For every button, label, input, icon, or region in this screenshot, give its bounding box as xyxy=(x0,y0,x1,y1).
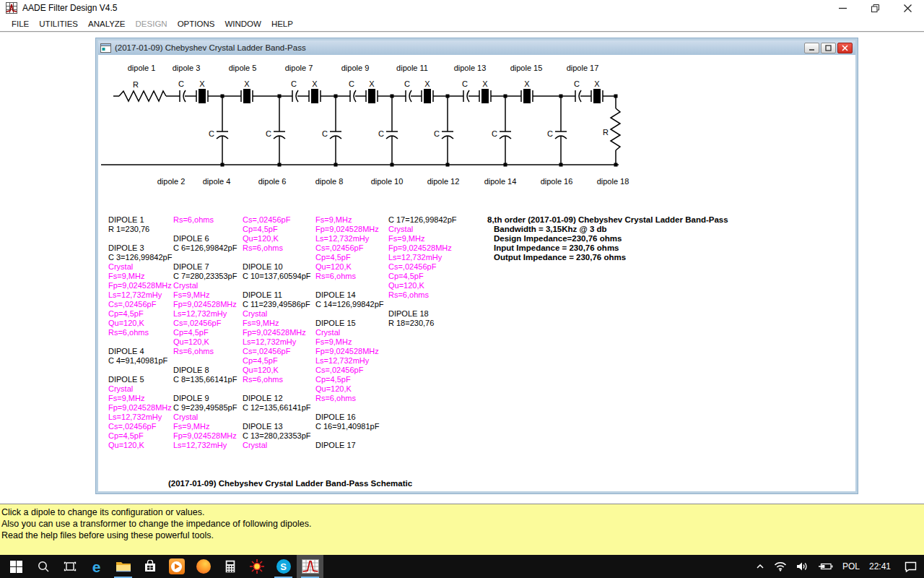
search-button[interactable] xyxy=(30,555,56,578)
dipole-label[interactable]: dipole 7 xyxy=(285,64,313,72)
close-icon[interactable] xyxy=(892,0,924,16)
hidden-icons-chevron-icon[interactable] xyxy=(756,564,764,569)
document-titlebar[interactable]: (2017-01-09) Chebyshev Crystal Ladder Ba… xyxy=(98,40,855,55)
crystal-symbol[interactable] xyxy=(523,89,531,103)
dipole-label[interactable]: dipole 11 xyxy=(396,64,428,72)
doc-maximize-icon[interactable] xyxy=(821,43,836,53)
window-controls xyxy=(827,0,924,16)
doc-close-icon[interactable] xyxy=(837,43,853,53)
dipole-label[interactable]: dipole 3 xyxy=(173,64,201,72)
dipole-label[interactable]: dipole 16 xyxy=(541,177,573,186)
text-line: DIPOLE 4 xyxy=(108,347,172,356)
text-line: Fs=9,MHz xyxy=(173,422,237,431)
text-line: Cp=4,5pF xyxy=(173,328,237,337)
dipole-label[interactable]: dipole 6 xyxy=(258,177,287,186)
language-indicator[interactable]: POL xyxy=(842,561,860,571)
media-player-button[interactable] xyxy=(163,555,190,578)
text-line: Ls=12,732mHy xyxy=(108,290,172,300)
schematic[interactable]: RCCCCCCXXXXXXXXCCCCCCCRdipole 1dipole 3d… xyxy=(101,61,635,191)
file-explorer-button[interactable] xyxy=(110,555,136,578)
dipole-label[interactable]: dipole 17 xyxy=(567,64,599,72)
dipole-label[interactable]: dipole 12 xyxy=(427,177,460,186)
text-line xyxy=(243,384,311,394)
store-button[interactable] xyxy=(136,555,163,578)
dipole-label[interactable]: dipole 2 xyxy=(157,177,186,186)
values-column-5: C 17=126,99842pFCrystalFs=9,MHzFp=9,0245… xyxy=(388,215,457,328)
text-line: Read the help files before using these p… xyxy=(1,530,924,541)
app-titlebar[interactable]: AADE Filter Design V4.5 xyxy=(0,0,924,16)
dipole-label[interactable]: dipole 13 xyxy=(454,64,487,72)
dipole-label[interactable]: dipole 15 xyxy=(510,64,543,72)
dipole-label[interactable]: dipole 1 xyxy=(128,64,156,72)
crystal-symbol[interactable] xyxy=(311,89,318,103)
dipole-label[interactable]: dipole 9 xyxy=(341,64,370,72)
dipole-label[interactable]: dipole 4 xyxy=(203,177,231,186)
menu-item-utilities[interactable]: UTILITIES xyxy=(34,20,83,28)
crystal-symbol[interactable] xyxy=(593,89,601,103)
calculator-button[interactable] xyxy=(217,555,243,578)
volume-icon[interactable] xyxy=(796,561,808,571)
text-line: DIPOLE 1 xyxy=(108,215,172,225)
dipole-label[interactable]: dipole 10 xyxy=(371,177,404,186)
text-line: DIPOLE 16 xyxy=(315,413,384,422)
text-line: Ls=12,732mHy xyxy=(315,234,384,243)
file-explorer-icon xyxy=(116,560,131,573)
menu-item-analyze[interactable]: ANALYZE xyxy=(83,20,131,28)
crystal-symbol[interactable] xyxy=(243,89,250,103)
text-line: Cs=,02456pF xyxy=(173,319,237,328)
crystal-symbol[interactable] xyxy=(481,89,489,103)
menu-item-help[interactable]: HELP xyxy=(266,20,298,28)
text-line: Cp=4,5pF xyxy=(108,431,172,441)
menu-item-options[interactable]: OPTIONS xyxy=(173,20,220,28)
task-view-button[interactable] xyxy=(56,555,83,578)
minimize-icon[interactable] xyxy=(827,0,859,16)
sun-utility-button[interactable] xyxy=(243,555,270,578)
text-line: Crystal xyxy=(243,309,311,319)
dipole-label[interactable]: dipole 8 xyxy=(315,177,344,186)
text-line xyxy=(243,281,311,290)
text-line: Cs=,02456pF xyxy=(243,347,311,356)
wifi-icon[interactable] xyxy=(774,561,787,571)
skype-icon: S xyxy=(276,559,291,574)
aade-filter-design-button[interactable] xyxy=(297,555,323,578)
text-line: DIPOLE 9 xyxy=(173,394,237,403)
crystal-symbol[interactable] xyxy=(199,89,206,103)
component-label: X xyxy=(369,79,375,88)
text-line: C 16=91,40981pF xyxy=(315,422,384,431)
component-label: X xyxy=(312,79,318,88)
text-line xyxy=(315,431,384,441)
action-center-icon[interactable] xyxy=(905,561,917,572)
component-label: X xyxy=(482,79,488,88)
dipole-label[interactable]: dipole 5 xyxy=(229,64,257,72)
load-resistor[interactable] xyxy=(611,108,620,150)
text-line: Cp=4,5pF xyxy=(243,356,311,366)
store-icon xyxy=(144,560,157,573)
text-line: Cs=,02456pF xyxy=(243,215,311,225)
crystal-symbol[interactable] xyxy=(424,89,431,103)
source-resistor[interactable] xyxy=(119,91,166,101)
text-line: Rs=6,ohms xyxy=(108,328,172,337)
skype-button[interactable]: S xyxy=(270,555,297,578)
battery-icon[interactable] xyxy=(818,562,833,571)
dipole-label[interactable]: dipole 14 xyxy=(484,177,517,186)
edge-button[interactable]: e xyxy=(83,555,110,578)
text-line: C 8=135,66141pF xyxy=(173,375,237,384)
menu-item-window[interactable]: WINDOW xyxy=(219,20,266,28)
document-title: (2017-01-09) Chebyshev Crystal Ladder Ba… xyxy=(115,43,804,52)
restore-icon[interactable] xyxy=(859,0,892,16)
text-line: Cs=,02456pF xyxy=(388,262,457,272)
dipole-label[interactable]: dipole 18 xyxy=(597,177,629,186)
clock[interactable]: 22:41 xyxy=(869,561,891,571)
crystal-symbol[interactable] xyxy=(368,89,375,103)
text-line: DIPOLE 5 xyxy=(108,375,172,384)
text-line: Fs=9,MHz xyxy=(388,234,457,243)
text-line: Fp=9,024528MHz xyxy=(173,431,237,441)
doc-minimize-icon[interactable] xyxy=(804,43,819,53)
app-title: AADE Filter Design V4.5 xyxy=(22,3,117,13)
component-label: R xyxy=(603,128,609,137)
menu-item-file[interactable]: FILE xyxy=(6,20,34,28)
start-button[interactable] xyxy=(3,555,30,578)
text-line: DIPOLE 6 xyxy=(173,234,237,243)
firefox-button[interactable] xyxy=(190,555,217,578)
text-line: Qu=120,K xyxy=(108,441,172,450)
